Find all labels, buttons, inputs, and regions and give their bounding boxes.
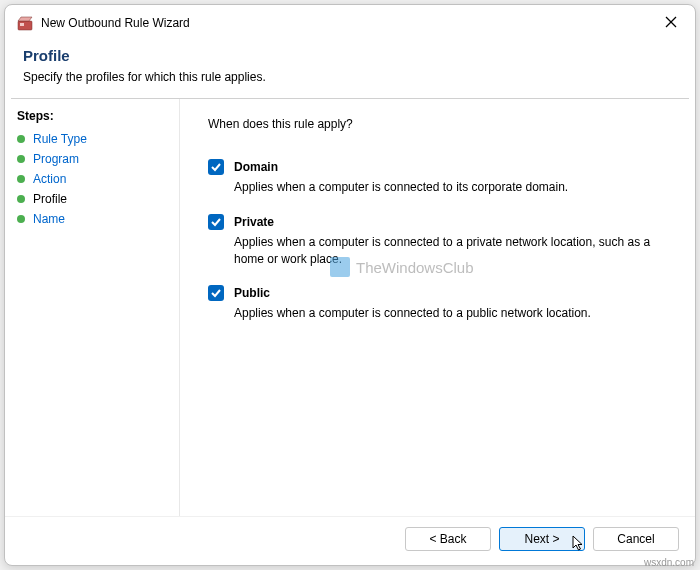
- bullet-icon: [17, 175, 25, 183]
- step-label: Name: [33, 212, 65, 226]
- option-label: Domain: [234, 160, 278, 174]
- bullet-icon: [17, 215, 25, 223]
- close-icon[interactable]: [659, 14, 683, 32]
- step-label: Program: [33, 152, 79, 166]
- step-profile[interactable]: Profile: [5, 189, 179, 209]
- step-action[interactable]: Action: [5, 169, 179, 189]
- option-label: Public: [234, 286, 270, 300]
- bullet-icon: [17, 135, 25, 143]
- step-label: Action: [33, 172, 66, 186]
- page-title: Profile: [23, 47, 677, 64]
- bullet-icon: [17, 195, 25, 203]
- content-pane: When does this rule apply? Domain Applie…: [180, 99, 695, 516]
- steps-heading: Steps:: [5, 105, 179, 129]
- option-desc: Applies when a computer is connected to …: [234, 179, 654, 196]
- option-label: Private: [234, 215, 274, 229]
- next-label: Next >: [524, 532, 559, 546]
- option-private: Private Applies when a computer is conne…: [208, 214, 667, 268]
- page-subtitle: Specify the profiles for which this rule…: [23, 70, 677, 84]
- step-program[interactable]: Program: [5, 149, 179, 169]
- checkbox-domain[interactable]: [208, 159, 224, 175]
- steps-sidebar: Steps: Rule Type Program Action Profile …: [5, 99, 180, 516]
- back-button[interactable]: < Back: [405, 527, 491, 551]
- bullet-icon: [17, 155, 25, 163]
- step-rule-type[interactable]: Rule Type: [5, 129, 179, 149]
- cursor-icon: [572, 535, 586, 556]
- option-public: Public Applies when a computer is connec…: [208, 285, 667, 322]
- cancel-label: Cancel: [617, 532, 654, 546]
- footer-buttons: < Back Next > Cancel: [5, 516, 695, 565]
- step-name[interactable]: Name: [5, 209, 179, 229]
- titlebar: New Outbound Rule Wizard: [5, 5, 695, 41]
- step-label: Profile: [33, 192, 67, 206]
- wizard-window: New Outbound Rule Wizard Profile Specify…: [4, 4, 696, 566]
- step-label: Rule Type: [33, 132, 87, 146]
- wizard-body: Steps: Rule Type Program Action Profile …: [5, 99, 695, 516]
- question-text: When does this rule apply?: [208, 117, 667, 131]
- svg-rect-1: [20, 23, 24, 26]
- next-button[interactable]: Next >: [499, 527, 585, 551]
- option-desc: Applies when a computer is connected to …: [234, 234, 654, 268]
- option-domain: Domain Applies when a computer is connec…: [208, 159, 667, 196]
- checkbox-private[interactable]: [208, 214, 224, 230]
- cancel-button[interactable]: Cancel: [593, 527, 679, 551]
- app-icon: [17, 15, 33, 31]
- checkbox-public[interactable]: [208, 285, 224, 301]
- back-label: < Back: [429, 532, 466, 546]
- window-title: New Outbound Rule Wizard: [41, 16, 659, 30]
- wizard-header: Profile Specify the profiles for which t…: [5, 41, 695, 98]
- credit-text: wsxdn.com: [644, 557, 694, 568]
- option-desc: Applies when a computer is connected to …: [234, 305, 654, 322]
